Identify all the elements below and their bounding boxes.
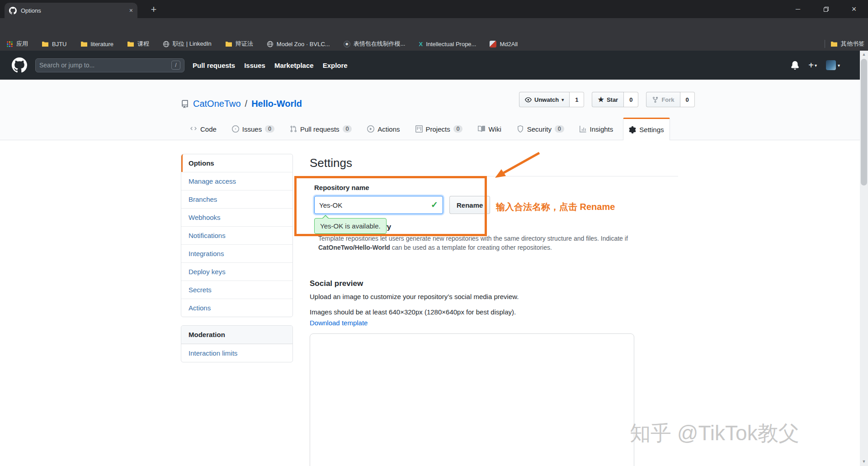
sidebar-item-branches[interactable]: Branches [181, 190, 292, 208]
sidebar-item-deploy-keys[interactable]: Deploy keys [181, 262, 292, 281]
scroll-up-icon[interactable]: ▲ [860, 51, 868, 58]
github-logo-icon[interactable] [12, 57, 27, 73]
bookmark-folder[interactable]: 辩证法 [225, 40, 253, 48]
folder-icon [225, 41, 232, 47]
search-input[interactable] [39, 62, 171, 69]
github-search-box[interactable]: / [35, 58, 184, 72]
nav-explore[interactable]: Explore [323, 62, 348, 69]
project-icon [415, 125, 423, 133]
bookmark-apps[interactable]: 应用 [6, 40, 28, 48]
window-controls: ─ × [784, 0, 868, 18]
watch-count[interactable]: 1 [570, 92, 584, 107]
star-icon: ★ [598, 95, 604, 104]
notifications-bell-icon[interactable] [791, 61, 799, 70]
globe-icon [267, 41, 274, 48]
sidebar-item-actions[interactable]: Actions [181, 299, 292, 317]
star-count[interactable]: 0 [624, 92, 638, 107]
new-tab-button[interactable]: + [147, 3, 160, 16]
restore-button[interactable] [812, 0, 840, 18]
watermark: 知乎 @TikTok教父 [630, 419, 799, 447]
tab-settings[interactable]: Settings [623, 118, 670, 140]
tab-insights[interactable]: Insights [574, 118, 619, 140]
social-preview-upload-area[interactable] [310, 333, 634, 466]
graph-icon [580, 125, 587, 133]
restore-icon [823, 6, 829, 12]
sidebar-item-integrations[interactable]: Integrations [181, 244, 292, 262]
browser-toolbar: ← → ↻ github.com/CatOneTwo/Hello-World/s… [0, 18, 868, 37]
bookmark-intellectual-property[interactable]: X Intellectual Prope... [419, 41, 476, 48]
tab-close-icon[interactable]: × [129, 7, 133, 14]
download-template-link[interactable]: Download template [310, 319, 368, 327]
count-badge: 0 [555, 125, 564, 133]
slash-key-hint: / [171, 61, 180, 70]
gear-icon [629, 126, 636, 133]
github-header: / Pull requests Issues Marketplace Explo… [0, 51, 868, 80]
create-new-button[interactable]: +▾ [808, 60, 817, 71]
tab-title: Options [21, 7, 125, 14]
bookmark-model-zoo[interactable]: Model Zoo · BVLC... [267, 41, 330, 48]
pull-request-icon [290, 125, 297, 133]
user-avatar [826, 60, 836, 70]
tab-code[interactable]: Code [184, 118, 222, 140]
settings-sidebar: Options Manage access Branches Webhooks … [181, 154, 293, 362]
settings-main: Settings Repository name ✓ Rename Yes-OK… [310, 156, 678, 170]
sidebar-item-secrets[interactable]: Secrets [181, 281, 292, 299]
user-menu[interactable]: ▾ [826, 60, 840, 70]
repo-name-link[interactable]: Hello-World [251, 99, 302, 109]
screenshot-root: Options × + ─ × ← → ↻ github.com/CatOneT… [0, 0, 868, 466]
nav-issues[interactable]: Issues [244, 62, 265, 69]
tab-projects[interactable]: Projects0 [410, 118, 468, 140]
folder-icon [42, 41, 49, 47]
github-favicon-icon [9, 7, 17, 14]
folder-icon [80, 41, 88, 47]
site-icon: X [419, 41, 423, 48]
issue-icon [232, 125, 239, 133]
repo-tab-nav: Code Issues0 Pull requests0 Actions Proj… [0, 118, 868, 140]
repo-header: CatOneTwo / Hello-World Unwatch▾ 1 ★ Sta… [0, 80, 868, 118]
site-icon [490, 41, 496, 48]
sidebar-item-notifications[interactable]: Notifications [181, 226, 292, 244]
fork-count[interactable]: 0 [680, 92, 695, 107]
fork-icon [652, 96, 659, 103]
sidebar-item-manage-access[interactable]: Manage access [181, 172, 292, 190]
scrollbar-thumb[interactable] [861, 59, 867, 185]
minimize-button[interactable]: ─ [784, 0, 812, 18]
moderation-menu: Moderation Interaction limits [181, 325, 293, 362]
nav-pull-requests[interactable]: Pull requests [193, 62, 235, 69]
nav-marketplace[interactable]: Marketplace [274, 62, 314, 69]
tab-pull-requests[interactable]: Pull requests0 [284, 118, 357, 140]
unwatch-button[interactable]: Unwatch▾ [519, 92, 570, 107]
tab-wiki[interactable]: Wiki [472, 118, 506, 140]
bookmark-folder[interactable]: literature [80, 41, 114, 48]
repo-book-icon [181, 100, 189, 108]
folder-icon [127, 41, 134, 47]
chevron-down-icon: ▾ [838, 63, 840, 68]
star-button[interactable]: ★ Star [592, 92, 624, 107]
bookmarks-divider [825, 40, 825, 48]
availability-tooltip: Yes-OK is available. [314, 218, 387, 234]
code-icon [190, 125, 197, 133]
bookmark-folder[interactable]: 课程 [127, 40, 149, 48]
page-scrollbar[interactable]: ▲ ▼ [860, 51, 868, 466]
count-badge: 0 [265, 125, 274, 133]
fork-button[interactable]: Fork [646, 92, 680, 107]
other-bookmarks[interactable]: 其他书签 [830, 40, 864, 48]
tab-issues[interactable]: Issues0 [226, 118, 280, 140]
eye-icon [525, 96, 532, 103]
browser-tab[interactable]: Options × [5, 3, 137, 18]
rename-button[interactable]: Rename [449, 196, 490, 214]
sidebar-item-interaction-limits[interactable]: Interaction limits [181, 344, 292, 362]
tab-actions[interactable]: Actions [362, 118, 405, 140]
bookmark-emoji-maker[interactable]: ☻ 表情包在线制作模... [344, 40, 406, 48]
repo-owner-link[interactable]: CatOneTwo [193, 99, 241, 109]
bookmark-folder[interactable]: BJTU [42, 41, 67, 48]
bookmark-md2all[interactable]: Md2All [490, 41, 518, 48]
tab-security[interactable]: Security0 [511, 118, 570, 140]
repository-name-input[interactable] [314, 196, 443, 214]
valid-check-icon: ✓ [431, 200, 438, 210]
close-window-button[interactable]: × [840, 0, 868, 18]
bookmark-linkedin[interactable]: 职位 | LinkedIn [163, 40, 212, 48]
sidebar-item-options[interactable]: Options [181, 154, 292, 172]
sidebar-item-webhooks[interactable]: Webhooks [181, 208, 292, 226]
scroll-down-icon[interactable]: ▼ [860, 458, 868, 465]
